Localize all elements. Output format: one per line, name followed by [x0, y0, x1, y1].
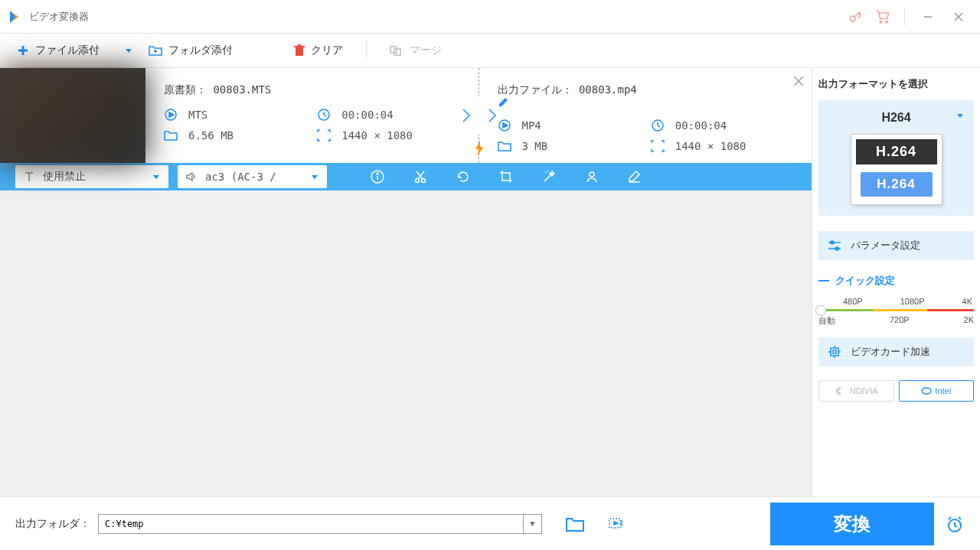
output-folder-input[interactable]: [99, 515, 523, 533]
format-dropdown-icon[interactable]: [956, 111, 965, 120]
svg-marker-28: [312, 175, 318, 179]
rotate-button[interactable]: [456, 169, 471, 184]
video-card-accel-label: ビデオカード加速: [851, 345, 930, 359]
slider-thumb[interactable]: [815, 305, 826, 316]
svg-marker-1: [10, 11, 15, 23]
folder-icon: [164, 129, 178, 142]
file-row: 原書類： 00803.MTS MTS 00:00:04 6.56 MB 1440…: [0, 68, 812, 163]
file-attach-button[interactable]: ファイル添付: [9, 39, 107, 62]
clear-label: クリア: [311, 44, 343, 57]
edit-toolbar: 使用禁止 ac3 (AC-3 /: [0, 163, 812, 190]
toolbar: ファイル添付 フォルダ添付 クリア マージ: [0, 34, 980, 68]
resolution-slider[interactable]: [818, 309, 974, 312]
subtitle-value: 使用禁止: [43, 170, 142, 184]
svg-point-3: [880, 21, 882, 22]
chevron-down-icon: [310, 172, 319, 181]
h264-badge-dark: H.264: [856, 139, 937, 164]
app-logo-icon: [6, 9, 21, 24]
source-label: 原書類：: [164, 83, 207, 96]
resolution-labels-bottom: 自動 720P 2K: [818, 315, 974, 327]
output-folder-label: 出力フォルダ：: [15, 517, 90, 531]
convert-button[interactable]: 変換: [770, 503, 934, 545]
sliders-icon: [828, 239, 841, 252]
effects-button[interactable]: [541, 169, 557, 184]
nvidia-label: NDIVIA: [850, 386, 878, 395]
parameter-settings-button[interactable]: パラメータ設定: [818, 231, 974, 260]
output-format-title: 出力フォーマットを選択: [818, 77, 974, 91]
video-thumbnail[interactable]: [0, 68, 145, 163]
audio-dropdown[interactable]: ac3 (AC-3 /: [178, 165, 327, 188]
cut-button[interactable]: [413, 169, 428, 184]
trash-icon: [294, 44, 305, 57]
resolution-icon: [651, 140, 665, 152]
nvidia-button[interactable]: NDIVIA: [818, 380, 894, 402]
info-button[interactable]: [370, 169, 385, 184]
chip-icon: [828, 345, 841, 359]
folder-plus-icon: [149, 44, 162, 57]
clock-icon: [651, 119, 665, 132]
cart-icon[interactable]: [869, 5, 897, 28]
svg-marker-37: [957, 114, 963, 118]
queue-button[interactable]: [608, 516, 625, 532]
svg-rect-43: [833, 350, 836, 353]
clear-button[interactable]: クリア: [286, 39, 351, 62]
chevron-down-icon: [152, 172, 161, 181]
app-title: ビデオ変換器: [29, 10, 89, 24]
merge-button[interactable]: マージ: [382, 39, 449, 62]
source-format: MTS: [188, 109, 306, 121]
quick-settings-label: クイック設定: [835, 274, 895, 288]
quick-settings-header: クイック設定: [818, 274, 974, 288]
plus-icon: [17, 44, 29, 57]
resolution-labels-top: 480P 1080P 4K: [818, 297, 974, 306]
source-duration: 00:00:04: [341, 109, 459, 121]
format-card[interactable]: H264 H.264 H.264: [818, 100, 974, 216]
output-format: MP4: [522, 119, 640, 132]
chevron-right-icon: [461, 107, 472, 124]
remove-file-button[interactable]: [793, 76, 804, 86]
open-folder-button[interactable]: [565, 516, 585, 532]
subtitle-dropdown[interactable]: 使用禁止: [15, 165, 168, 188]
svg-rect-13: [296, 47, 303, 56]
right-panel: 出力フォーマットを選択 H264 H.264 H.264 パラメータ設定 クイッ…: [812, 68, 980, 496]
minimize-button[interactable]: [913, 5, 943, 28]
output-size: 3 MB: [522, 140, 640, 152]
video-card-accel-button[interactable]: ビデオカード加速: [818, 337, 974, 366]
watermark-button[interactable]: [584, 169, 599, 184]
text-icon: [23, 171, 35, 183]
svg-marker-27: [153, 175, 159, 179]
folder-attach-label: フォルダ添付: [168, 44, 233, 57]
file-attach-dropdown[interactable]: [116, 46, 141, 55]
h264-badge-blue: H.264: [861, 172, 933, 197]
output-filename: 00803.mp4: [579, 83, 637, 96]
folder-attach-button[interactable]: フォルダ添付: [141, 39, 240, 62]
output-folder-dropdown-button[interactable]: ▼: [523, 515, 541, 533]
close-button[interactable]: [943, 5, 974, 28]
svg-point-2: [850, 16, 855, 21]
speaker-icon: [185, 171, 198, 183]
svg-marker-25: [503, 123, 508, 128]
folder-icon: [498, 140, 511, 152]
schedule-button[interactable]: [945, 514, 965, 534]
svg-point-41: [835, 247, 838, 250]
svg-rect-14: [294, 46, 305, 47]
svg-rect-15: [298, 44, 301, 46]
edit-filename-button[interactable]: [498, 97, 794, 108]
output-folder-input-group: ▼: [98, 514, 542, 534]
resolution-icon: [317, 129, 331, 142]
merge-icon: [390, 44, 403, 57]
svg-marker-19: [169, 112, 174, 117]
svg-marker-50: [614, 522, 618, 525]
output-resolution: 1440 × 1080: [675, 140, 793, 152]
bottom-bar: 出力フォルダ： ▼ 変換: [0, 496, 980, 550]
format-icon: [164, 108, 178, 122]
format-icon: [498, 119, 511, 132]
crop-button[interactable]: [498, 169, 514, 184]
edit-button[interactable]: [627, 169, 642, 184]
output-column: 出力ファイル： 00803.mp4 MP4 00:00:04 3 MB: [479, 68, 812, 163]
svg-rect-17: [394, 49, 400, 55]
svg-point-36: [590, 172, 594, 177]
key-icon[interactable]: [841, 5, 869, 28]
svg-marker-10: [126, 49, 132, 53]
intel-button[interactable]: Intel: [899, 380, 975, 402]
source-column: 原書類： 00803.MTS MTS 00:00:04 6.56 MB 1440…: [145, 68, 479, 163]
